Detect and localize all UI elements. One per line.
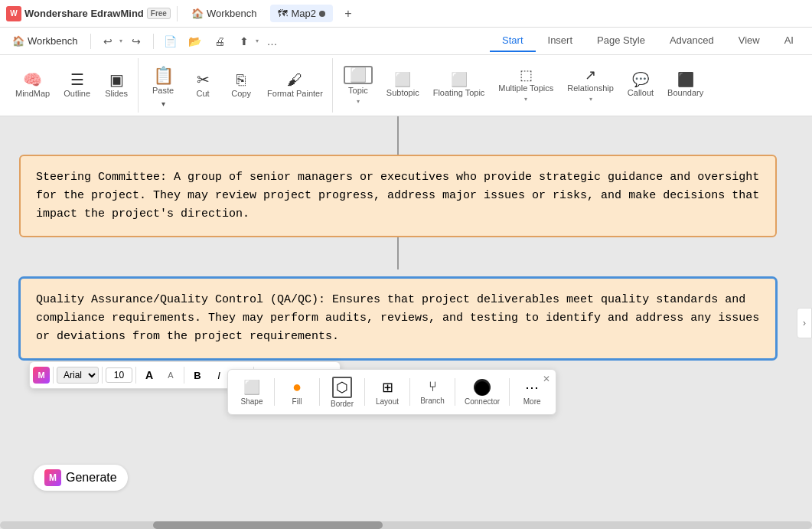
export-arrow[interactable]: ▾: [256, 38, 259, 44]
relationship-arrow: ▾: [589, 96, 592, 103]
tab-map2[interactable]: 🗺 Map2: [270, 5, 333, 22]
export-button[interactable]: ⬆: [233, 31, 255, 52]
tab-advanced[interactable]: Advanced: [657, 30, 726, 52]
new-button[interactable]: 📄: [160, 31, 181, 52]
fill-button[interactable]: ● Fill: [279, 373, 315, 411]
print-button[interactable]: 🖨: [209, 31, 230, 52]
st-divider-2: [319, 378, 320, 406]
expand-panel-button[interactable]: ›: [797, 308, 812, 338]
paste-container: 📋 Paste ▾: [143, 60, 183, 112]
multiple-topics-icon: ⬚: [520, 68, 533, 82]
workbench-button[interactable]: 🏠 Workbench: [6, 32, 84, 50]
copy-button[interactable]: ⎘ Copy: [223, 60, 259, 112]
cut-icon: ✂: [197, 72, 210, 87]
layout-button[interactable]: ⊞ Layout: [370, 373, 405, 411]
tab-ai[interactable]: AI: [772, 30, 806, 52]
italic-button[interactable]: I: [209, 365, 229, 385]
paste-dropdown-arrow: ▾: [161, 100, 165, 108]
st-divider-6: [509, 378, 510, 406]
callout-icon: 💬: [632, 73, 649, 87]
topic-box-1[interactable]: Steering Committee: A group of senior ma…: [19, 155, 777, 237]
tab-start[interactable]: Start: [490, 30, 535, 52]
outline-label: Outline: [64, 89, 90, 99]
font-size-input[interactable]: [106, 367, 132, 383]
font-family-select[interactable]: Arial: [57, 367, 99, 384]
slides-button[interactable]: ▣ Slides: [98, 60, 135, 112]
multiple-topics-button[interactable]: ⬚ Multiple Topics ▾: [492, 60, 559, 112]
topic-box-2[interactable]: Quality Assurance/Quality Control (QA/QC…: [19, 277, 777, 360]
paste-label: Paste: [152, 86, 174, 95]
slides-label: Slides: [105, 89, 128, 99]
shape-toolbar-close[interactable]: ✕: [539, 371, 554, 387]
canvas-inner[interactable]: Steering Committee: A group of senior ma…: [0, 116, 812, 529]
cut-label: Cut: [197, 89, 210, 99]
redo-button[interactable]: ↪: [126, 31, 147, 52]
branch-button[interactable]: ⑂ Branch: [415, 373, 450, 411]
branch-icon: ⑂: [429, 379, 437, 395]
more-label: More: [523, 397, 541, 406]
boundary-icon: ⬛: [677, 73, 694, 87]
boundary-button[interactable]: ⬛ Boundary: [661, 60, 709, 112]
menu-separator-2: [153, 34, 154, 49]
copy-label: Copy: [231, 89, 251, 99]
callout-button[interactable]: 💬 Callout: [621, 60, 660, 112]
slides-icon: ▣: [109, 72, 124, 87]
mindmap-icon: 🧠: [23, 72, 42, 87]
topics-group: ⬜ Topic ▾ ⬜ Subtopic ⬜ Floating Topic ⬚ …: [334, 58, 713, 113]
open-button[interactable]: 📂: [184, 31, 206, 52]
outline-button[interactable]: ☰ Outline: [57, 60, 96, 112]
cut-button[interactable]: ✂ Cut: [184, 60, 221, 112]
workbench-label: Workbench: [207, 8, 257, 19]
copy-icon: ⎘: [236, 72, 246, 87]
border-button[interactable]: ⬡ Border: [324, 373, 360, 411]
ft-divider-3: [184, 367, 184, 384]
connector-button[interactable]: ⬤ Connector: [460, 373, 504, 411]
relationship-button[interactable]: ↗ Relationship ▾: [561, 60, 620, 112]
ft-divider-1: [102, 367, 103, 384]
map2-icon: 🗺: [278, 8, 288, 19]
more-icon: ⋯: [525, 379, 539, 396]
subtopic-button[interactable]: ⬜ Subtopic: [380, 60, 426, 112]
tab-modified-dot: [319, 11, 325, 17]
floating-topic-button[interactable]: ⬜ Floating Topic: [427, 60, 491, 112]
tab-workbench[interactable]: 🏠 Workbench: [184, 5, 265, 22]
tab-page-style[interactable]: Page Style: [585, 30, 657, 52]
floating-topic-label: Floating Topic: [433, 88, 485, 98]
callout-label: Callout: [628, 88, 654, 98]
more-button[interactable]: …: [262, 31, 283, 52]
format-painter-button[interactable]: 🖌 Format Painter: [261, 60, 329, 112]
toolbar: 🧠 MindMap ☰ Outline ▣ Slides 📋 Paste ▾ ✂…: [0, 55, 812, 116]
decrease-font-button[interactable]: A: [161, 365, 181, 385]
paste-button[interactable]: 📋 Paste: [143, 63, 183, 100]
nav-tabs: Start Insert Page Style Advanced View AI: [490, 30, 806, 52]
topic-button[interactable]: ⬜ Topic ▾: [338, 60, 379, 112]
increase-font-button[interactable]: A: [139, 365, 159, 385]
topic-label: Topic: [348, 86, 368, 96]
add-tab-button[interactable]: +: [339, 5, 357, 23]
st-divider-4: [409, 378, 410, 406]
format-painter-icon: 🖌: [287, 72, 302, 87]
canvas-area: Steering Committee: A group of senior ma…: [0, 116, 812, 529]
ai-generate-button[interactable]: M Generate: [34, 465, 128, 491]
scrollbar-thumb[interactable]: [153, 521, 383, 529]
paste-icon: 📋: [153, 67, 174, 84]
relationship-label: Relationship: [567, 83, 614, 93]
topic-box-1-text: Steering Committee: A group of senior ma…: [36, 171, 759, 220]
horizontal-scrollbar[interactable]: [0, 521, 812, 529]
free-badge: Free: [147, 8, 171, 19]
tab-view[interactable]: View: [726, 30, 772, 52]
logo-icon: W: [6, 6, 21, 21]
subtopic-label: Subtopic: [386, 88, 419, 98]
shape-toolbar: ⬜ Shape ● Fill ⬡ Border ⊞ Layout ⑂ Branc…: [227, 369, 556, 415]
ft-divider-2: [135, 367, 136, 384]
workbench-menu-label: Workbench: [28, 35, 78, 47]
shape-button[interactable]: ⬜ Shape: [234, 373, 269, 411]
undo-button[interactable]: ↩: [97, 31, 119, 52]
undo-arrow[interactable]: ▾: [119, 38, 122, 44]
workbench-icon: 🏠: [191, 8, 204, 19]
bold-button[interactable]: B: [188, 365, 207, 385]
ai-logo-small: M: [33, 367, 50, 384]
paste-arrow[interactable]: ▾: [155, 100, 171, 108]
mindmap-button[interactable]: 🧠 MindMap: [9, 60, 56, 112]
tab-insert[interactable]: Insert: [536, 30, 585, 52]
